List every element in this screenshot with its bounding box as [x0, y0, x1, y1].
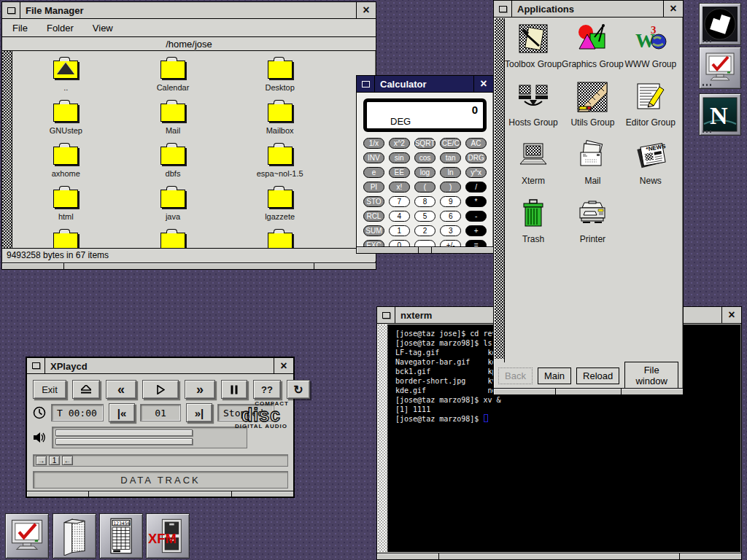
calculator-key[interactable]: ln — [440, 167, 461, 178]
calculator-key[interactable]: / — [465, 182, 487, 192]
calculator-key[interactable]: RCL — [363, 211, 384, 222]
folder-item[interactable]: java — [120, 186, 227, 229]
app-hosts-group[interactable]: Hosts Group — [505, 81, 562, 139]
prev-track-button[interactable]: |« — [109, 403, 135, 422]
reload-button[interactable]: Reload — [576, 368, 619, 384]
folder-item[interactable]: axhome — [12, 143, 120, 186]
calculator-key[interactable]: sin — [389, 152, 410, 163]
volume-slider-track[interactable] — [52, 427, 247, 448]
folder-item[interactable]: GNUstep — [12, 100, 120, 143]
calculator-titlebar[interactable]: Calculator × — [357, 76, 493, 93]
window-menu-button[interactable] — [27, 358, 45, 373]
terminal-scrollbar[interactable] — [378, 324, 388, 552]
calculator-key[interactable]: DRG — [465, 152, 487, 163]
app-editor-group[interactable]: Editor Group — [624, 81, 678, 139]
volume-slider-handle[interactable] — [55, 429, 193, 436]
close-button[interactable]: × — [663, 1, 683, 17]
close-button[interactable]: × — [721, 307, 741, 323]
folder-item[interactable]: Calendar — [120, 57, 227, 100]
calculator-key[interactable]: EE — [389, 167, 410, 178]
folder-item[interactable]: dbfs — [120, 143, 227, 186]
dock-tile-window-maker[interactable] — [699, 3, 741, 45]
calculator-key[interactable]: - — [465, 211, 487, 222]
next-track-button[interactable]: »| — [186, 403, 212, 422]
program-forward-button[interactable]: → — [36, 456, 47, 465]
app-xterm[interactable]: Xterm — [505, 139, 562, 198]
calculator-key[interactable]: STO — [363, 196, 384, 207]
app-news[interactable]: *NEWS News — [624, 139, 678, 198]
calculator-key[interactable]: 6 — [440, 211, 461, 222]
folder-item[interactable]: Desktop — [226, 57, 333, 100]
calculator-key[interactable]: e — [363, 167, 384, 178]
resize-bar[interactable] — [357, 246, 493, 253]
calculator-key[interactable]: 5 — [414, 211, 436, 222]
calculator-key[interactable]: cos — [414, 152, 436, 163]
file-manager-titlebar[interactable]: File Manager × — [2, 2, 376, 19]
calculator-key[interactable]: x! — [389, 182, 410, 192]
calculator-key[interactable]: x^2 — [389, 138, 410, 149]
shuffle-button[interactable]: ?? — [253, 380, 281, 399]
calculator-key[interactable]: y^x — [465, 167, 487, 178]
calculator-key[interactable]: CE/C — [440, 138, 461, 149]
window-menu-button[interactable] — [377, 307, 395, 323]
calculator-key[interactable]: INV — [363, 152, 384, 163]
resize-bar[interactable] — [27, 491, 293, 497]
dock-tile-netscape[interactable]: N — [699, 93, 741, 136]
dock-tile-calculator[interactable]: 123456 — [99, 513, 143, 559]
forward-button[interactable]: » — [185, 380, 215, 399]
calculator-key[interactable]: * — [465, 196, 487, 207]
calculator-key[interactable]: 7 — [389, 196, 410, 207]
rewind-button[interactable]: « — [106, 380, 136, 399]
main-button[interactable]: Main — [538, 368, 571, 384]
app-toolbox-group[interactable]: Toolbox Group — [505, 23, 562, 81]
play-button[interactable] — [142, 380, 179, 399]
app-utils-group[interactable]: Utils Group — [562, 81, 624, 139]
calculator-key[interactable]: 1/x — [363, 138, 384, 149]
window-menu-button[interactable] — [357, 76, 375, 92]
calculator-key[interactable]: SUM — [363, 225, 384, 236]
folder-item[interactable]: Mailbox — [226, 100, 333, 143]
app-graphics-group[interactable]: Graphics Group — [562, 23, 624, 81]
dock-tile-monitor-check-2[interactable] — [5, 513, 49, 559]
folder-item[interactable]: .. — [12, 57, 120, 100]
close-button[interactable]: × — [274, 358, 293, 373]
app-mail[interactable]: Mail — [562, 139, 624, 198]
folder-item[interactable]: html — [12, 186, 120, 229]
folder-item[interactable]: espa~nol-1.5 — [226, 143, 333, 186]
folder-item[interactable] — [226, 229, 333, 248]
resize-bar[interactable] — [377, 553, 741, 559]
program-back-button[interactable]: ← — [62, 456, 73, 465]
calculator-key[interactable]: 4 — [389, 211, 410, 222]
back-button[interactable]: Back — [498, 368, 533, 384]
calculator-key[interactable]: 9 — [440, 196, 461, 207]
folder-item[interactable]: lgazzete — [226, 186, 333, 229]
calculator-key[interactable]: 8 — [414, 196, 436, 207]
folder-item[interactable] — [12, 229, 120, 248]
vertical-scrollbar[interactable] — [495, 18, 505, 362]
calculator-key[interactable]: AC — [465, 138, 487, 149]
dock-tile-book[interactable] — [53, 513, 96, 559]
applications-titlebar[interactable]: Applications × — [494, 1, 683, 18]
window-menu-button[interactable] — [2, 2, 20, 18]
app-printer[interactable]: Printer — [562, 198, 624, 256]
app-trash[interactable]: Trash — [505, 198, 562, 256]
eject-button[interactable] — [72, 380, 100, 399]
file-window-button[interactable]: File window — [624, 362, 678, 389]
close-button[interactable]: × — [473, 76, 493, 92]
exit-button[interactable]: Exit — [33, 380, 66, 399]
repeat-button[interactable]: ↻ — [287, 380, 310, 399]
window-menu-button[interactable] — [494, 1, 512, 17]
calculator-key[interactable]: log — [414, 167, 436, 178]
app-www-group[interactable]: W 3 WWW Group — [624, 23, 678, 81]
resize-bar[interactable] — [2, 262, 376, 269]
pause-button[interactable] — [221, 380, 247, 399]
xplaycd-titlebar[interactable]: XPlaycd × — [27, 358, 293, 374]
calculator-key[interactable]: PI — [363, 182, 384, 192]
vertical-scrollbar[interactable] — [2, 51, 12, 248]
dock-tile-xfm[interactable]: XFM — [146, 513, 190, 559]
close-button[interactable]: × — [356, 2, 376, 18]
calculator-key[interactable]: tan — [440, 152, 461, 163]
calculator-key[interactable]: ) — [440, 182, 461, 192]
calculator-key[interactable]: ( — [414, 182, 436, 192]
balance-slider-handle[interactable] — [55, 438, 193, 445]
